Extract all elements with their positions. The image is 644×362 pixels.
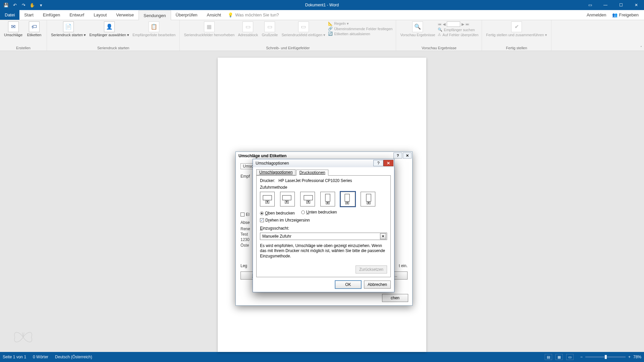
etiketten-button[interactable]: 🏷 Etiketten: [24, 21, 44, 38]
envelope-icon: ✉: [8, 21, 19, 32]
zoom-in-icon[interactable]: +: [628, 355, 631, 359]
rotate-label: Drehen im Uhrzeigersinn: [265, 218, 310, 223]
last-icon: ⏭: [466, 22, 469, 26]
read-mode-icon[interactable]: ▤: [545, 354, 552, 360]
face-up-radio[interactable]: Oben bedrucken: [260, 211, 295, 216]
feed-method-label: Zufuhrmethode: [260, 185, 387, 190]
ribbon-tabs: Datei Start Einfügen Entwurf Layout Verw…: [0, 10, 644, 20]
umschlage-button[interactable]: ✉ Umschläge: [3, 21, 24, 38]
vorschau-button: 🔍Vorschau Ergebnisse: [399, 21, 436, 38]
tab-sendungen[interactable]: Sendungen: [139, 10, 171, 20]
tell-me-label: Was möchten Sie tun?: [235, 12, 279, 17]
match-label: Übereinstimmende Felder festlegen: [334, 27, 392, 31]
window-title: Dokument1 - Word: [305, 3, 339, 7]
zoom-slider[interactable]: [585, 356, 626, 358]
qat-more-icon[interactable]: ▾: [38, 2, 44, 8]
cancel-button[interactable]: Abbrechen: [364, 281, 391, 289]
feed-option-6[interactable]: [361, 192, 375, 206]
feed-option-1[interactable]: [260, 192, 275, 206]
group-seriendruck-starten: 📄 Seriendruck starten ▾ 👤 Empfänger ausw…: [47, 20, 180, 51]
rotate-checkbox[interactable]: ✓Drehen im Uhrzeigersinn: [260, 218, 310, 223]
svg-marker-10: [307, 201, 309, 202]
zoom-out-icon[interactable]: −: [580, 355, 583, 359]
prev-icon: ◀: [443, 22, 445, 26]
feed-method-options: [260, 192, 387, 206]
feld-einfugen-button: ▭Seriendruckfeld einfügen ▾: [280, 21, 327, 38]
svg-marker-16: [346, 202, 348, 203]
dialog1-close-icon[interactable]: ✕: [403, 153, 412, 159]
group-felder-label: Schreib- und Einfügefelder: [182, 45, 393, 51]
tab-verweise[interactable]: Verweise: [111, 10, 139, 20]
umschlage-label: Umschläge: [4, 33, 22, 37]
status-words[interactable]: 0 Wörter: [33, 355, 48, 359]
tab-uberprufen[interactable]: Überprüfen: [171, 10, 202, 20]
first-icon: ⏮: [438, 22, 441, 26]
dialog2-help-icon[interactable]: ?: [373, 160, 383, 166]
zoom-level[interactable]: 78%: [633, 355, 641, 359]
feed-option-4[interactable]: [320, 192, 335, 206]
maximize-icon[interactable]: ☐: [613, 0, 629, 10]
dialog2-titlebar[interactable]: Umschlagoptionen ? ✕: [253, 159, 394, 167]
adressblock-label: Adressblock: [238, 33, 258, 37]
tab-ansicht[interactable]: Ansicht: [202, 10, 226, 20]
dialog1-cancel-fragment[interactable]: chen: [382, 294, 408, 302]
grusszeile-button: ▭Grußzeile: [260, 21, 279, 38]
touch-mode-icon[interactable]: ✋: [30, 2, 35, 8]
feed-option-2[interactable]: [280, 192, 295, 206]
radio-on-icon: [260, 212, 264, 215]
feed-option-3[interactable]: [300, 192, 315, 206]
update-icon: 🔄: [328, 32, 333, 36]
dialog2-panel: Drucker: HP LaserJet Professional CP1020…: [256, 175, 391, 277]
dialog1-help-icon[interactable]: ?: [393, 153, 402, 159]
ok-button[interactable]: OK: [335, 281, 361, 289]
status-page[interactable]: Seite 1 von 1: [3, 355, 26, 359]
labels-icon: 🏷: [29, 21, 40, 32]
feed-option-5[interactable]: [340, 192, 355, 206]
share-button[interactable]: 👥Freigeben: [612, 12, 639, 17]
regeln-label: Regeln ▾: [334, 21, 349, 26]
svg-marker-4: [266, 201, 268, 202]
tab-druckoptionen[interactable]: Druckoptionen: [296, 170, 328, 176]
face-down-label: Unten bedrucken: [306, 210, 337, 215]
svg-rect-2: [263, 195, 272, 200]
share-icon: 👥: [612, 12, 618, 17]
print-layout-icon[interactable]: ▦: [555, 354, 563, 360]
tray-combobox[interactable]: Manuelle Zufuhr ▼: [260, 233, 387, 240]
empfanger-auswahlen-button[interactable]: 👤 Empfänger auswählen ▾: [88, 21, 130, 38]
tab-entwurf[interactable]: Entwurf: [65, 10, 89, 20]
tab-umschlagoptionen-label: Umschlagoptionen: [259, 170, 292, 175]
tab-datei[interactable]: Datei: [0, 10, 19, 20]
save-icon[interactable]: 💾: [3, 2, 9, 8]
undo-icon[interactable]: ↶: [12, 2, 17, 8]
fehler-label: Auf Fehler überprüfen: [442, 33, 478, 37]
tray-value: Manuelle Zufuhr: [262, 234, 291, 239]
face-down-radio[interactable]: Unten bedrucken: [301, 210, 337, 215]
close-icon[interactable]: ✕: [629, 0, 644, 10]
tab-start[interactable]: Start: [19, 10, 38, 20]
tab-layout[interactable]: Layout: [89, 10, 111, 20]
tell-me[interactable]: 💡Was möchten Sie tun?: [228, 10, 279, 20]
ribbon-display-icon[interactable]: ▭: [582, 0, 598, 10]
dialog1-checkbox[interactable]: El: [240, 212, 250, 217]
bulb-icon: 💡: [228, 12, 233, 17]
etiketten-label: Etiketten: [27, 33, 42, 37]
tab-umschlagoptionen[interactable]: Umschlagoptionen: [256, 169, 296, 175]
dialog2-tabs: Umschlagoptionen Druckoptionen: [253, 167, 394, 175]
status-language[interactable]: Deutsch (Österreich): [55, 355, 92, 359]
printer-label: Drucker:: [260, 178, 275, 183]
collapse-ribbon-icon[interactable]: ˄: [640, 46, 642, 49]
hervorheben-button: ▦Seriendruckfelder hervorheben: [182, 21, 236, 38]
web-layout-icon[interactable]: ▭: [566, 354, 574, 360]
sign-in-link[interactable]: Anmelden: [587, 12, 606, 17]
empfangerliste-label: Empfängerliste bearbeiten: [132, 33, 175, 37]
dialog1-leg-label: Leg: [240, 263, 247, 268]
redo-icon[interactable]: ↷: [21, 2, 26, 8]
seriendruck-starten-button[interactable]: 📄 Seriendruck starten ▾: [50, 21, 87, 38]
svg-rect-8: [304, 195, 313, 200]
svg-marker-19: [368, 202, 370, 203]
tab-einfugen[interactable]: Einfügen: [38, 10, 65, 20]
minimize-icon[interactable]: ―: [598, 0, 613, 10]
status-bar: Seite 1 von 1 0 Wörter Deutsch (Österrei…: [0, 352, 644, 362]
error-icon: ⚠: [438, 33, 441, 37]
dialog2-close-icon[interactable]: ✕: [383, 160, 393, 166]
